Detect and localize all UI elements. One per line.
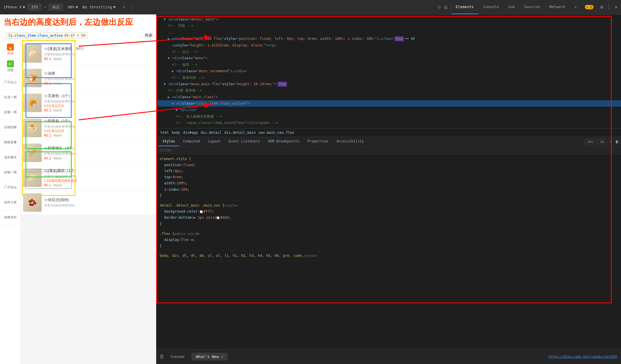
tab-accessibility[interactable]: Accessibility	[333, 137, 368, 146]
zoom-selector[interactable]: 90% ▼	[68, 5, 78, 9]
width-input[interactable]: 375	[27, 4, 42, 10]
food-sales-0: 月售944份好评率94%	[44, 52, 154, 57]
tab-console[interactable]: Console	[478, 0, 504, 14]
food-item-2[interactable]: 🥐 ☆叉烧包（1个） 月售626份好评率93% 0.9元单品定价 ¥0.1 ¥1…	[21, 90, 156, 116]
nav-item-column[interactable]: 知粥专栏	[0, 210, 21, 225]
food-name-1: ☆油条	[44, 71, 154, 76]
tab-vue[interactable]: Vue	[504, 0, 519, 14]
flex-badge: flex	[395, 36, 404, 41]
tab-event-listeners[interactable]: Event Listeners	[225, 137, 264, 146]
food-item-0[interactable]: 🥟 ☆[薄皮]玉米蒸饺（5个） 月售944份好评率94% ¥0.1 ¥12.8	[21, 41, 156, 66]
food-item-1[interactable]: 🍞 ☆油条 月售633份好评率98% ¥0.1 ¥12.8	[21, 66, 156, 90]
rule-close-1: }	[160, 221, 618, 227]
hot-icon: 🔥	[7, 44, 14, 51]
inspect-icon[interactable]: ⊹	[436, 3, 442, 11]
throttle-selector[interactable]: No throttling ▼	[83, 5, 116, 9]
food-name-6: ☆绿豆沙[清补]	[44, 197, 154, 203]
tree-line-p[interactable]: <p style="height: 1.41333rem; display: b…	[156, 42, 621, 49]
toggle-sidebar-button[interactable]: ◧	[616, 139, 619, 144]
tree-line-comment0[interactable]: <!-- 导航 -->	[156, 23, 621, 29]
tree-line-comment6[interactable]: <!-- <span_class="item_countClass">111</…	[156, 120, 621, 126]
whats-new-tab[interactable]: What's New ✕	[191, 353, 228, 361]
tab-sources[interactable]: Sources	[519, 0, 545, 14]
tree-line-0[interactable]: ▼ <div class="detail_main">	[156, 16, 621, 23]
tab-network[interactable]: Network	[545, 0, 570, 14]
breadcrumb-detail[interactable]: div.detail	[200, 130, 222, 135]
nav-item-special[interactable]: 🏷 优惠	[0, 58, 21, 75]
no-throttle-icon[interactable]: ⚡	[121, 3, 126, 11]
more-icon[interactable]: ⋮	[605, 3, 612, 11]
settings-icon[interactable]: ⚙	[599, 3, 605, 11]
left-panel: 当右边的高度达到后，左边做出反应 li.class_item.class_act…	[0, 14, 156, 364]
hov-button[interactable]: :hov	[585, 139, 595, 144]
url-link[interactable]: https://blog.csdn.net/javaScript1997	[549, 355, 618, 359]
tab-properties[interactable]: Properties	[303, 137, 332, 146]
food-promo-5: 1.5元指定商品特价优惠	[44, 179, 154, 183]
tab-dom-breakpoints[interactable]: DOM Breakpoints	[264, 137, 303, 146]
whats-new-label: What's New	[196, 354, 219, 359]
device-selector[interactable]: iPhone X ▼	[3, 5, 25, 9]
food-item-3[interactable]: 🍮 ☆奶黄包（1个） 月售461份好评率95% 0.9元单品定价 ¥0.1 ¥1…	[21, 116, 156, 141]
nav-item-congee3[interactable]: 砂锅一粥	[0, 165, 21, 180]
tree-line-menu-main[interactable]: ▼ <div class="menu_main flex" style="hei…	[156, 81, 621, 87]
food-name-5: ☆[薄皮]蒸饺（1个）	[44, 168, 154, 173]
height-input[interactable]: 812	[49, 4, 63, 10]
tab-more[interactable]: »	[570, 0, 581, 14]
tab-layout[interactable]: Layout	[204, 137, 224, 146]
nav-item-shop[interactable]: 店铺招牌	[0, 120, 21, 135]
tree-line-comment5[interactable]: <!-- 加入购物车的数量 -->	[156, 113, 621, 120]
close-whats-new-button[interactable]: ✕	[221, 355, 223, 359]
food-price-3: ¥0.1 ¥12.8	[44, 133, 154, 138]
food-img-inner-2: 🥐	[23, 94, 42, 112]
filter-input[interactable]	[160, 148, 618, 152]
nav-item-hot[interactable]: 🔥 热销	[0, 41, 21, 58]
more-options-icon[interactable]: ⋮	[128, 3, 135, 11]
breadcrumb-app[interactable]: div#app	[182, 130, 199, 135]
tree-line-ul[interactable]: ▶ <ul class="main_class" >	[156, 94, 621, 100]
nav-item-bun[interactable]: 广式包点	[0, 180, 21, 195]
css-rule-flex: .flex { public.css:40 display : flex ⊞ ;…	[156, 229, 621, 251]
breadcrumb-body[interactable]: body	[171, 130, 181, 135]
food-item-4[interactable]: 🥖 ☆奶香馒头（3个） 月售432份好评率98% ¥0.1 ¥12.8	[21, 141, 156, 165]
close-icon[interactable]: ✕	[613, 3, 619, 11]
food-sales-2: 月售626份好评率93%	[44, 99, 154, 104]
breadcrumb-detail-main[interactable]: div.detail_main	[224, 130, 257, 135]
bottom-menu-icon[interactable]: ☰	[160, 354, 164, 359]
tree-line-recommend[interactable]: ▶ <div class="menu_recommend" >…</div>	[156, 68, 621, 74]
cls-button[interactable]: .cls	[597, 139, 606, 144]
nav-item-guangdim[interactable]: 广式点心	[0, 75, 21, 90]
sidebar-nav: 🔥 热销 🏷 优惠 广式点心 生滚一粥 甜素一粥 店铺招牌	[0, 41, 21, 364]
breadcrumb-nav[interactable]: nav.main_nav.flex	[258, 130, 295, 135]
tab-elements[interactable]: Elements	[451, 0, 479, 14]
tree-line-nav[interactable]: ▶ <nav class="main_nav flex" style="posi…	[156, 36, 621, 42]
food-info-2: ☆叉烧包（1个） 月售626份好评率93% 0.9元单品定价 ¥0.1 ¥12.…	[44, 93, 154, 112]
nav-label-special: 优惠	[7, 68, 14, 72]
chevron-down-icon: ▼	[76, 5, 78, 9]
nav-item-tonic[interactable]: 滋补糖水	[0, 150, 21, 165]
nav-item-side[interactable]: 佐料小菜	[0, 195, 21, 210]
tree-line-p2[interactable]: ▶ <p >…</p>	[156, 107, 621, 113]
tree-line-ellipsis[interactable]: ...	[156, 29, 621, 36]
css-rule-body: body, div, dl, dt, dd, ul, ol, li, h1, h…	[156, 251, 621, 261]
special-icon: 🏷	[7, 60, 14, 67]
food-item-5[interactable]: 🥟 ☆[薄皮]蒸饺（1个） 月售337份好评率100% 1.5元指定商品特价优惠…	[21, 165, 156, 190]
nav-item-congee1[interactable]: 生滚一粥	[0, 90, 21, 105]
breadcrumb-html[interactable]: html	[160, 130, 170, 135]
nav-item-congee2[interactable]: 甜素一粥	[0, 105, 21, 120]
tree-line-menu[interactable]: ▼ <div class="menu" >	[156, 55, 621, 61]
tab-styles[interactable]: Styles	[159, 137, 179, 146]
right-panel: ▼ <div class="detail_main"> <!-- 导航 --> …	[156, 14, 621, 364]
food-item-6[interactable]: 🫘 ☆绿豆沙[清补] 月售335份好评率93%	[21, 190, 156, 215]
tree-line-comment4[interactable]: <!--左侧 菜单项-->	[156, 87, 621, 94]
tree-line-comment1[interactable]: <!-- 出口 -->	[156, 49, 621, 55]
device-toggle-icon[interactable]: ◱	[443, 3, 449, 11]
tab-computed[interactable]: Computed	[179, 137, 204, 146]
rule-selector-2: .flex { public.css:40	[160, 231, 618, 237]
console-tab-button[interactable]: Console	[166, 353, 189, 361]
tree-line-comment2[interactable]: <!-- 推荐 -->	[156, 62, 621, 68]
nav-item-set[interactable]: 精致套餐	[0, 135, 21, 150]
tree-line-comment3[interactable]: <!-- 菜单列表 -->	[156, 75, 621, 81]
add-rule-button[interactable]: +	[610, 139, 613, 144]
tree-line-li[interactable]: ▼ <li class="class_item class_active" >	[156, 100, 621, 107]
food-info-0: ☆[薄皮]玉米蒸饺（5个） 月售944份好评率94% ¥0.1 ¥12.8	[44, 46, 154, 61]
